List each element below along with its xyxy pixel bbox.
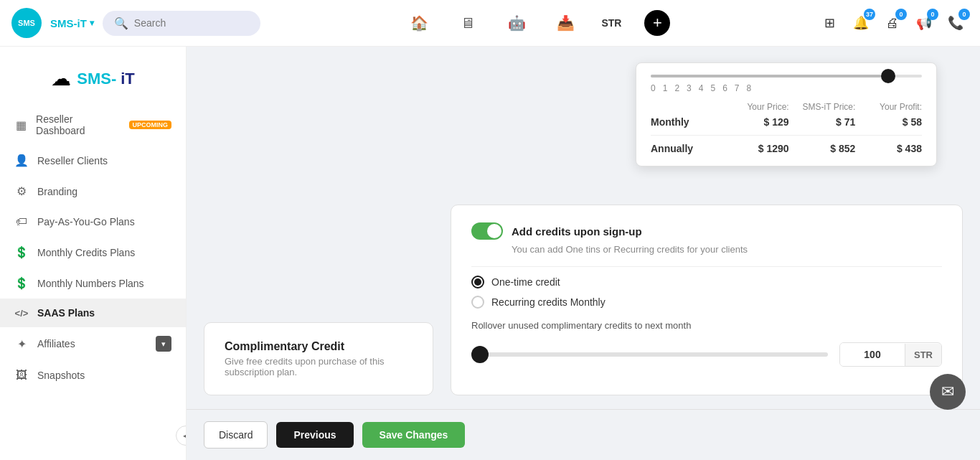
annually-your-price: $ 1290 [734,143,789,154]
pricing-slider-labels: 0 1 2 3 4 5 6 7 8 [651,83,922,93]
rollover-text: Rollover unused complimentary credits to… [471,320,942,331]
search-input[interactable] [134,17,249,29]
clients-icon: 👤 [14,154,29,167]
home-icon[interactable]: 🏠 [406,10,432,36]
sidebar-item-affiliates-label: Affiliates [37,338,75,349]
sidebar-item-branding[interactable]: ⚙ Branding [0,176,186,207]
radio-recurring-label: Recurring credits Monthly [491,296,606,308]
sidebar-item-monthly-numbers[interactable]: 💲 Monthly Numbers Plans [0,268,186,299]
sidebar-item-saas-plans-label: SAAS Plans [37,307,95,319]
notification-badge: 37 [864,9,875,20]
credits-unit-label: STR [905,344,941,366]
toggle-knob [487,224,501,238]
credits-input-group: STR [839,342,942,367]
monthly-period-label: Monthly [651,116,722,128]
nav-center-icons: 🏠 🖥 🤖 📥 STR + [269,10,808,36]
annually-period-label: Annually [651,143,722,154]
pricing-dropdown-panel: 0 1 2 3 4 5 6 7 8 Your Price: SMS-iT Pri… [636,62,937,166]
str-label: STR [601,17,621,29]
previous-button[interactable]: Previous [276,422,353,448]
sidebar-item-snapshots[interactable]: 🖼 Snapshots [0,360,186,390]
saas-icon: </> [14,308,29,319]
affiliates-dropdown-arrow[interactable]: ▾ [156,336,171,352]
top-navigation: SMS SMS-iT ▾ 🔍 🏠 🖥 🤖 📥 STR + ⊞ 🔔37 🖨0 📢0… [0,0,980,47]
affiliates-icon: ✦ [14,337,29,351]
search-bar[interactable]: 🔍 [103,11,260,36]
main-content: 0 1 2 3 4 5 6 7 8 Your Price: SMS-iT Pri… [187,47,980,460]
pricing-col-profit: Your Profit: [867,102,922,112]
chat-icon: ✉ [941,382,954,401]
annually-smsiT-price: $ 852 [801,143,856,154]
brand-logo[interactable]: SMS [11,8,42,38]
credits-slider-row: STR [471,342,942,367]
sidebar-collapse-button[interactable]: ◀ [176,426,187,446]
branding-icon: ⚙ [14,184,29,198]
pricing-slider[interactable] [651,75,922,78]
megaphone-button[interactable]: 📢0 [911,10,937,36]
radio-one-time-label: One-time credit [491,276,560,288]
complimentary-description: Give free credits upon purchase of this … [225,356,413,377]
monitor-icon[interactable]: 🖥 [455,10,481,36]
annually-profit: $ 438 [867,143,922,154]
discard-button[interactable]: Discard [204,421,268,449]
sidebar-item-reseller-dashboard-label: Reseller Dashboard [36,113,116,136]
sidebar-item-pay-as-you-go[interactable]: 🏷 Pay-As-You-Go Plans [0,207,186,237]
brand-name-label[interactable]: SMS-iT ▾ [50,17,94,29]
add-credits-toggle[interactable] [471,222,503,240]
sidebar-item-reseller-clients[interactable]: 👤 Reseller Clients [0,145,186,176]
chat-button[interactable]: ✉ [930,374,966,410]
credits-value-input[interactable] [840,343,905,366]
monthly-profit: $ 58 [867,116,922,128]
upcoming-badge: UPCOMING [129,121,172,129]
dashboard-icon: ▦ [14,118,27,132]
pricing-grid: Your Price: SMS-iT Price: Your Profit: M… [651,102,922,154]
notifications-button[interactable]: 🔔37 [848,10,874,36]
credits-slider-thumb[interactable] [471,346,489,363]
monthly-credits-icon: 💲 [14,245,29,259]
sidebar-item-monthly-credits-label: Monthly Credits Plans [37,247,135,258]
print-badge: 0 [895,9,907,20]
sidebar-logo: ☁ SMS-iT [0,55,186,105]
phone-badge: 0 [958,9,970,20]
sidebar: ☁ SMS-iT ▦ Reseller Dashboard UPCOMING 👤… [0,47,187,460]
payasyougo-icon: 🏷 [14,215,29,228]
inbox-icon[interactable]: 📥 [552,10,578,36]
monthly-smsiT-price: $ 71 [801,116,856,128]
toggle-row: Add credits upon sign-up [471,222,942,240]
radio-recurring-circle[interactable] [471,296,484,309]
sidebar-item-monthly-credits[interactable]: 💲 Monthly Credits Plans [0,237,186,268]
phone-button[interactable]: 📞0 [943,10,969,36]
sidebar-item-monthly-numbers-label: Monthly Numbers Plans [37,278,144,289]
toggle-label: Add credits upon sign-up [512,225,642,238]
radio-one-time[interactable]: One-time credit [471,276,942,288]
sidebar-item-pay-as-you-go-label: Pay-As-You-Go Plans [37,216,135,227]
sidebar-item-snapshots-label: Snapshots [37,370,85,381]
add-button[interactable]: + [644,10,670,36]
sidebar-item-affiliates[interactable]: ✦ Affiliates ▾ [0,327,186,360]
snapshots-icon: 🖼 [14,369,29,382]
sidebar-item-saas-plans[interactable]: </> SAAS Plans [0,299,186,327]
nav-right-actions: ⊞ 🔔37 🖨0 📢0 📞0 [816,10,969,36]
search-icon: 🔍 [114,17,128,30]
monthly-numbers-icon: 💲 [14,276,29,290]
radio-one-time-circle[interactable] [471,276,484,288]
pricing-col-smsiT-price: SMS-iT Price: [801,102,856,112]
print-button[interactable]: 🖨0 [880,10,905,36]
sidebar-item-reseller-dashboard[interactable]: ▦ Reseller Dashboard UPCOMING [0,105,186,145]
brand-dropdown-arrow[interactable]: ▾ [90,18,94,28]
pricing-slider-row: 0 1 2 3 4 5 6 7 8 [651,75,922,93]
complimentary-title: Complimentary Credit [225,340,413,353]
divider [471,266,942,267]
megaphone-badge: 0 [927,9,938,20]
credits-radio-group: One-time credit Recurring credits Monthl… [471,276,942,309]
grid-icon-button[interactable]: ⊞ [816,10,842,36]
radio-recurring[interactable]: Recurring credits Monthly [471,296,942,309]
robot-icon[interactable]: 🤖 [504,10,529,36]
monthly-your-price: $ 129 [734,116,789,128]
complimentary-credit-section: Complimentary Credit Give free credits u… [204,322,433,395]
sidebar-logo-text: SMS-iT [77,70,135,88]
credits-slider[interactable] [471,352,828,357]
credits-sub-text: You can add One tins or Recurring credit… [471,244,942,255]
save-changes-button[interactable]: Save Changes [362,422,466,448]
pricing-col-your-price: Your Price: [734,102,789,112]
